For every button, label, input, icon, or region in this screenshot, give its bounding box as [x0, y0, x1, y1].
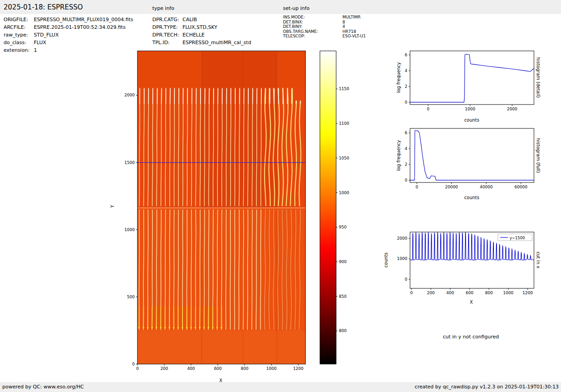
svg-text:6: 6	[405, 131, 407, 135]
cut-right-label: cut in x	[536, 251, 541, 268]
info-label: TPL.ID:	[152, 39, 182, 46]
info-row: DET.BINX:8	[283, 20, 366, 25]
info-row: DPR.TYPE:FLUX,STD,SKY	[152, 23, 251, 31]
info-value: CALIB	[182, 17, 197, 23]
svg-text:1050: 1050	[339, 156, 349, 160]
info-label: DPR.TYPE:	[152, 23, 182, 31]
svg-text:2000: 2000	[397, 236, 407, 241]
footer-bar: powered by QC: www.eso.org/HC created by…	[0, 382, 561, 392]
svg-text:0: 0	[132, 362, 135, 366]
svg-text:1500: 1500	[124, 160, 135, 165]
svg-text:1000: 1000	[339, 191, 349, 195]
svg-text:0: 0	[415, 185, 418, 189]
svg-text:400: 400	[187, 366, 195, 371]
info-label: extension:	[4, 46, 34, 54]
main-y-axis-label: Y	[110, 205, 115, 208]
info-value: MULTIMR	[342, 15, 360, 19]
svg-text:800: 800	[339, 328, 347, 333]
footer-right-text: created by qc_rawdisp.py v1.2.3 on 2025-…	[415, 384, 559, 390]
svg-text:1100: 1100	[339, 121, 349, 126]
type-info-header: type info	[152, 5, 174, 11]
raw-frame-image	[137, 51, 306, 364]
info-value: ESO-VLT-U1	[342, 34, 366, 38]
svg-text:1150: 1150	[339, 87, 349, 91]
svg-text:0: 0	[405, 100, 407, 105]
info-value: ESPRESSO_MULTIMR_FLUX019_0004.fits	[34, 17, 133, 23]
info-label: INS.MODE:	[283, 15, 342, 20]
svg-text:950: 950	[339, 225, 347, 229]
info-value: 4	[342, 24, 345, 29]
svg-text:1200: 1200	[523, 291, 533, 295]
info-row: raw_type:STD_FLUX	[4, 31, 133, 39]
info-row: do_class:FLUX	[4, 39, 133, 46]
svg-text:900: 900	[339, 260, 347, 264]
histogram-detail-plot: 0100020000246	[405, 51, 534, 111]
svg-text:1000: 1000	[397, 256, 407, 261]
cut-y-axis-label: counts	[383, 252, 388, 267]
info-row: TELESCOP:ESO-VLT-U1	[283, 34, 366, 39]
hist-detail-right-label: histogram (detail)	[536, 57, 541, 98]
histogram-full-plot: 02000040000600000246	[405, 128, 534, 189]
svg-text:40000: 40000	[480, 185, 493, 189]
page-title: 2025-01-18: ESPRESSO	[4, 3, 83, 11]
setup-info-header: set-up info	[283, 5, 310, 11]
svg-text:1000: 1000	[503, 291, 514, 295]
svg-text:1000: 1000	[266, 366, 277, 371]
svg-text:200: 200	[427, 291, 435, 295]
svg-text:4: 4	[405, 68, 407, 73]
info-value: ECHELLE	[182, 32, 205, 38]
legend: y=1500	[498, 234, 532, 241]
hist-full-right-label: histogram (full)	[536, 138, 541, 173]
info-label: TELESCOP:	[283, 34, 342, 39]
info-row: ARCFILE:ESPRE.2025-01-19T00:52:34.029.fi…	[4, 23, 133, 31]
svg-text:1000: 1000	[465, 107, 475, 111]
cut-in-x-plot: 020040060080010001200010002000y=1500	[397, 232, 534, 295]
file-info-block: ORIGFILE:ESPRESSO_MULTIMR_FLUX019_0004.f…	[4, 16, 133, 54]
info-label: DET.BINX:	[283, 20, 342, 25]
svg-text:600: 600	[214, 366, 222, 371]
svg-text:0: 0	[405, 178, 407, 182]
svg-text:500: 500	[127, 295, 135, 299]
svg-text:600: 600	[466, 291, 474, 295]
info-row: extension:1	[4, 46, 133, 54]
svg-text:800: 800	[241, 366, 248, 371]
info-row: DPR.TECH:ECHELLE	[152, 31, 251, 39]
info-value: 1	[34, 47, 37, 53]
info-label: do_class:	[4, 39, 34, 46]
cut-x-axis-label: X	[470, 300, 473, 305]
svg-text:1000: 1000	[124, 228, 135, 232]
svg-text:2: 2	[405, 84, 407, 89]
info-row: DET.BINY:4	[283, 24, 366, 29]
svg-text:400: 400	[447, 291, 454, 295]
svg-text:800: 800	[485, 291, 493, 295]
info-value: FLUX	[34, 40, 46, 46]
svg-text:6: 6	[405, 53, 407, 57]
svg-text:4: 4	[405, 146, 407, 151]
colorbar	[320, 51, 336, 364]
svg-text:850: 850	[339, 294, 347, 299]
info-label: raw_type:	[4, 31, 34, 39]
svg-text:0: 0	[410, 291, 413, 295]
hist-full-x-axis-label: counts	[464, 195, 479, 200]
svg-text:0: 0	[427, 107, 429, 111]
svg-text:1200: 1200	[293, 366, 303, 371]
svg-text:60000: 60000	[515, 185, 528, 189]
info-row: DPR.CATG:CALIB	[152, 16, 251, 23]
cut-in-y-note: cut in y not configured	[443, 334, 499, 340]
hist-full-y-axis-label: log frequency	[396, 140, 401, 171]
info-value: ESPRESSO_multiMR_cal_std	[182, 40, 251, 46]
info-value: FLUX,STD,SKY	[182, 24, 217, 30]
info-row: ORIGFILE:ESPRESSO_MULTIMR_FLUX019_0004.f…	[4, 16, 133, 23]
info-label: DPR.CATG:	[152, 16, 182, 23]
svg-text:2: 2	[405, 162, 407, 167]
svg-text:0: 0	[405, 277, 407, 282]
hist-detail-x-axis-label: counts	[464, 118, 479, 123]
footer-left-text: powered by QC: www.eso.org/HC	[2, 384, 84, 390]
svg-text:y=1500: y=1500	[510, 236, 525, 240]
svg-text:0: 0	[136, 366, 139, 371]
hist-detail-y-axis-label: log frequency	[396, 62, 401, 93]
setup-info-block: INS.MODE:MULTIMR DET.BINX:8 DET.BINY:4 O…	[283, 15, 366, 39]
info-label: DET.BINY:	[283, 24, 342, 29]
info-row: OBS.TARG.NAME:HR718	[283, 29, 366, 34]
header-bar: 2025-01-18: ESPRESSO type info set-up in…	[0, 0, 561, 14]
